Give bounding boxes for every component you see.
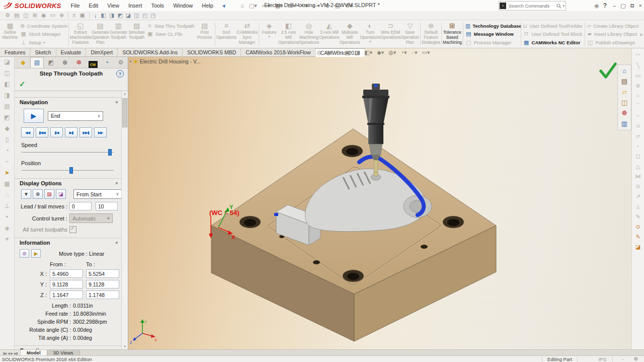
- standard-view-icon[interactable]: ◪: [124, 12, 132, 19]
- sketch-tool-icon[interactable]: ◠: [635, 52, 640, 58]
- custom-properties-icon[interactable]: ▥: [621, 120, 627, 127]
- toolbar-icon[interactable]: ▣: [77, 12, 87, 19]
- sketch-tool-icon[interactable]: △: [636, 163, 640, 169]
- units-selector[interactable]: IPS: [593, 356, 613, 362]
- tab-scroll-icon[interactable]: ▶▮: [14, 351, 17, 355]
- left-toolbar-icon[interactable]: ◪: [4, 59, 10, 65]
- quick-access-icon[interactable]: ⌂: [239, 3, 246, 9]
- info-toggle-button[interactable]: ⊘: [20, 249, 29, 258]
- toolbar-icon[interactable]: ◫: [21, 12, 30, 19]
- ribbon-3-axis-mill[interactable]: ◭3 Axis Mill Operations: [319, 21, 340, 48]
- menu-item[interactable]: Window: [169, 0, 197, 11]
- 3d-scene[interactable]: (WC = 54) Y X Y X Z: [128, 48, 631, 349]
- command-tab[interactable]: SOLIDWORKS Add-Ins: [118, 48, 183, 57]
- standard-view-icon[interactable]: ◩: [116, 12, 124, 19]
- search-icon[interactable]: [556, 4, 561, 9]
- ok-button[interactable]: ✓: [19, 80, 26, 89]
- left-toolbar-icon[interactable]: ▤: [4, 103, 10, 110]
- panel-scrollbar[interactable]: [121, 91, 128, 349]
- document-tab[interactable]: ▸ ◆ Electric Drill Housing - V...: [130, 57, 201, 65]
- panel-tab-featuremanager[interactable]: ◆: [16, 57, 30, 68]
- sketch-tool-icon[interactable]: ○: [636, 93, 640, 99]
- display-toggle-button[interactable]: ⊕: [33, 189, 43, 199]
- toolbar-icon[interactable]: ⚙: [3, 12, 12, 19]
- toolbar-icon[interactable]: ⊞: [31, 12, 39, 19]
- standard-view-icon[interactable]: ◳: [149, 12, 157, 19]
- ribbon-create-library-object[interactable]: ▱Create Library Object: [587, 22, 637, 30]
- view-tool-icon[interactable]: ◧▾: [364, 49, 372, 56]
- view-tool-icon[interactable]: ◍▾: [388, 49, 396, 56]
- view-normal-icon[interactable]: ↓: [92, 12, 100, 19]
- view-tool-icon[interactable]: ◨: [355, 49, 360, 56]
- step-button[interactable]: ▶▮: [65, 127, 77, 137]
- user-icon[interactable]: ◉: [594, 3, 599, 9]
- ribbon-save-cl-file[interactable]: ▣Save CL File: [147, 30, 195, 38]
- left-toolbar-icon[interactable]: ◩: [4, 114, 10, 121]
- tab-scroll-icon[interactable]: ▮◀: [3, 351, 6, 355]
- ribbon-tolerance-based-machining[interactable]: ⊞Tolerance Based Machining: [443, 21, 462, 48]
- toolbar-icon[interactable]: ▤: [12, 12, 21, 19]
- axis-to-field[interactable]: 9.1128: [86, 280, 119, 288]
- file-explorer-icon[interactable]: ▱: [622, 89, 627, 96]
- toolbar-icon[interactable]: ▭: [48, 12, 57, 19]
- ribbon-message-window[interactable]: ▤Message Window: [465, 30, 519, 38]
- menu-item[interactable]: Tools: [146, 0, 169, 11]
- left-toolbar-icon[interactable]: ◆: [5, 125, 9, 132]
- ribbon-generate-toolpath[interactable]: ▥Generate Toolpath: [109, 21, 127, 48]
- window-control-icon[interactable]: ▢: [620, 3, 625, 9]
- ribbon-25-axis-mill[interactable]: ◧2.5 Axis Mill Operations: [278, 21, 299, 48]
- toolbar-icon[interactable]: ⊕: [57, 12, 66, 19]
- sketch-tool-icon[interactable]: ⋈: [635, 173, 641, 179]
- sketch-tool-icon[interactable]: ▫: [637, 143, 639, 149]
- scroll-down-icon[interactable]: [122, 344, 128, 348]
- sketch-tool-icon[interactable]: ~: [636, 113, 639, 119]
- ribbon-default-feature-strategies[interactable]: ⊛Default Feature Strategies: [422, 21, 440, 48]
- sketch-tool-icon[interactable]: ▭: [635, 73, 640, 79]
- command-tab[interactable]: Features: [0, 48, 30, 57]
- toolbox-icon[interactable]: ◫: [621, 99, 627, 106]
- ribbon-multiaxis-mill[interactable]: ◆Multiaxis Mill Operations: [340, 21, 360, 48]
- panel-tab-camworks-tools[interactable]: ⚙: [114, 57, 128, 68]
- sketch-tool-icon[interactable]: ⊜: [635, 83, 640, 89]
- sketch-tool-icon[interactable]: ◻: [635, 153, 640, 159]
- menu-item[interactable]: Insert: [124, 0, 147, 11]
- panel-tab-camworks-operation-tree[interactable]: ◔: [100, 57, 114, 68]
- ribbon-setup[interactable]: ⊥Setup: [20, 39, 66, 47]
- step-button[interactable]: ◀◀: [21, 127, 34, 137]
- tag-icon[interactable]: ⊛: [634, 356, 638, 361]
- pin-icon[interactable]: ➤: [220, 2, 227, 9]
- view-tool-icon[interactable]: ↶: [336, 49, 340, 56]
- ribbon-user-defined-tool-holder[interactable]: ⊔User Defined Tool/Holder: [523, 22, 583, 30]
- ribbon-process-manager[interactable]: ▢Process Manager: [465, 39, 519, 47]
- ribbon-camworks-nc-editor[interactable]: ▦CAMWorks NC Editor: [523, 39, 583, 47]
- speed-slider-handle[interactable]: [108, 149, 112, 156]
- display-from-select[interactable]: From Start: [73, 189, 122, 199]
- view-tool-icon[interactable]: ◌▾: [411, 49, 417, 56]
- collapse-icon[interactable]: [114, 241, 119, 244]
- flyout-arrow-icon[interactable]: ▸: [130, 59, 132, 63]
- window-control-icon[interactable]: ×: [639, 3, 642, 9]
- window-control-icon[interactable]: ⧉: [630, 3, 634, 9]
- info-toggle-button[interactable]: ▶: [31, 249, 41, 258]
- ribbon-wire-edm[interactable]: ⊃Wire EDM Operations: [380, 21, 401, 48]
- ribbon-user-defined-tool-block[interactable]: ⊓User Defined Tool Block: [523, 30, 583, 38]
- position-slider[interactable]: [22, 167, 114, 174]
- panel-tab-dimxpert[interactable]: ⊕: [58, 57, 72, 68]
- ribbon-extract-machinable-features[interactable]: ◱Extract Machinable Features: [70, 21, 91, 48]
- left-toolbar-icon[interactable]: ◫: [4, 70, 10, 77]
- menu-item[interactable]: Edit: [84, 0, 103, 11]
- left-toolbar-icon[interactable]: ⊥: [5, 203, 10, 209]
- view-tool-icon[interactable]: ▣: [345, 49, 350, 56]
- panel-tab-camworks-feature-tree[interactable]: CW: [89, 61, 98, 68]
- command-tab[interactable]: DimXpert: [86, 48, 118, 57]
- ribbon-turn-operations[interactable]: ◐Turn Operations: [360, 21, 380, 48]
- left-toolbar-icon[interactable]: ◔: [5, 148, 9, 154]
- ribbon-coordinate-system[interactable]: ⊕Coordinate System: [20, 22, 66, 30]
- ribbon-camworks-sync-manager[interactable]: ⇄CAMWorks Sync Manager: [236, 21, 258, 48]
- speed-slider[interactable]: [22, 149, 114, 156]
- axis-from-field[interactable]: 1.1647: [50, 291, 83, 299]
- sketch-tool-icon[interactable]: ⊥: [635, 203, 640, 209]
- command-tab[interactable]: CAMWorks 2018-WorkFlow: [241, 48, 315, 57]
- menu-item[interactable]: File: [66, 0, 85, 11]
- left-toolbar-icon[interactable]: ◈: [5, 225, 9, 232]
